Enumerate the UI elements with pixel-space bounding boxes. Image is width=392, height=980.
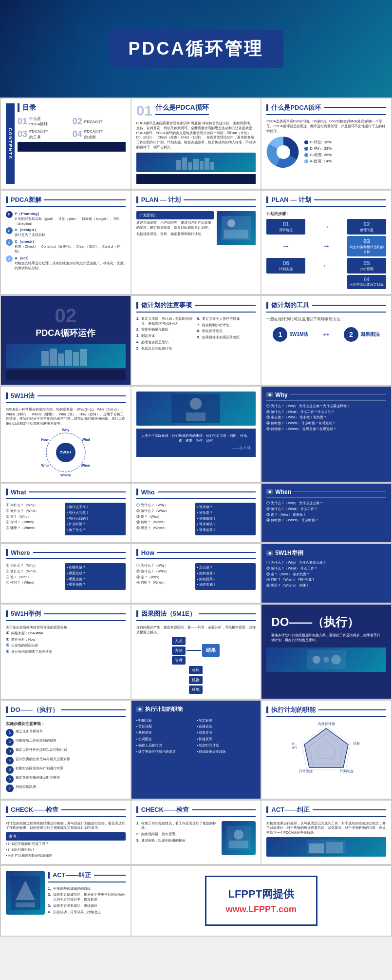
svg-marker-28 xyxy=(304,728,348,767)
pdca-op-image xyxy=(6,344,126,368)
what-l1: ① 为什么？（Why） xyxy=(6,503,63,508)
5w1h-ex-3: ③ 谁？（Who） 谁来负责？ xyxy=(266,572,386,577)
who-l5: ⑤ 哪里？（Where） xyxy=(136,526,193,530)
do-intro: 要落实计划中的相应措施和实施方案，要做的工作还有很多，如果着手行动计划，再好的计… xyxy=(271,633,381,643)
plan-bar xyxy=(136,196,138,203)
row-8: DO——（执行） 实施步骤及注意事项： 1 建立任务目标清单 2 明确每项工作应… xyxy=(0,700,392,800)
act2-1: 1. 干预那些造成偏差的原因 xyxy=(48,886,126,891)
who-l3: ③ 谁？（Who） xyxy=(136,514,193,519)
5w1h-ex-li-3-text: 已发现的原因分析 xyxy=(11,643,38,648)
legend-act-dot xyxy=(304,159,308,163)
plan-tools-header: 做计划的工具 xyxy=(266,301,386,313)
who-r3: • 谁来审核？ xyxy=(197,516,254,521)
row-5: What ① 为什么？（Why） ② 做什么？（What） ③ 谁？（Who） … xyxy=(0,483,392,543)
arrow-05-left: ← xyxy=(307,258,346,274)
plan-text: 计划阶段： 通过市场调查、用户访问等，摸清用户对产品质量的要求，确定质量政策、质… xyxy=(136,211,214,245)
pdca-big-num: 01 xyxy=(136,103,152,118)
svg-rect-0 xyxy=(176,160,181,170)
hero-title-box: PDCA循环管理 xyxy=(109,30,283,68)
pdca-d-label: D（design） xyxy=(15,227,45,233)
pdca-a-desc: 对检查的结果进行处理，成功的经验加以肯定并适当推广、标准化；失败的教训加以总结.… xyxy=(15,261,126,271)
5w1h-circle-diagram: 5W1H Why What When Where Who How xyxy=(41,428,90,477)
legend-check-label: C-检查: 26% xyxy=(310,152,332,157)
svg-text:在整合...运行: 在整合...运行 xyxy=(292,742,297,749)
footer-url-main: LFPPT xyxy=(248,904,276,914)
row-10: ACT——纠正 1. 干预那些造成偏差的原因 2. 如果变更是成功的，把从这个变… xyxy=(0,865,392,937)
row-3: 02 PDCA循环运作 做计划的注意事项 1. 要 xyxy=(0,295,392,386)
pdca-header-text: 什么是PDCA循环 xyxy=(155,103,209,117)
check2-slide: CHECK——检查 1. 检查工作的完成情况，看工作是否达到了规定的标准。 2.… xyxy=(131,801,261,864)
where-r3: • 哪里改善？ xyxy=(67,577,124,582)
plan-notes-col1: 1. 要定义清楚，有计划，包括时间跨度、资源需求与风险分析 2. 需要明确量化指… xyxy=(136,316,195,353)
ef-6: • 结果导向 xyxy=(197,730,256,735)
5w1h-ex-check-1: ① xyxy=(6,631,9,635)
check-ref-2: • 计划运行顺利吗？ xyxy=(6,847,126,852)
check2-text: 1. 检查工作的完成情况，看工作是否达到了规定的标准。 2. 如发现问题，找出原… xyxy=(136,821,219,855)
step-02: 02 整理问题 xyxy=(347,219,386,235)
how-slide: How ① 为什么？（Why） ② 做什么？（What） ③ 谁？（Who） ④… xyxy=(131,544,261,603)
svg-point-22 xyxy=(313,656,320,664)
5w1h-ex-li-2-text: 事件分析：How xyxy=(11,637,35,642)
5w1h-ex-left-title: 5W1H举例 xyxy=(11,609,41,618)
note-5: 5. 包括以后的改善行动 xyxy=(136,346,195,351)
step-05: 05 分析原因 xyxy=(347,258,386,274)
how-right: • 怎么做？ • 如何改善？ • 如何提高？ • 如何实施？ xyxy=(195,563,256,590)
who-left: ① 为什么？（Why） ② 做什么？（What） ③ 谁？（Who） ④ 何时？… xyxy=(136,503,193,535)
how-r3: • 如何提高？ xyxy=(197,577,254,582)
quote-slide: 人类个个实际价值，他们教我所有的事情。他们的名字是：何时、何地、谁、谁事、为何、… xyxy=(131,387,261,482)
fishbone-title: 因果图法（5M1E） xyxy=(141,609,196,618)
svg-text:目标: 目标 xyxy=(353,742,360,745)
what-left: ① 为什么？（Why） ② 做什么？（What） ③ 谁？（Who） ④ 何时？… xyxy=(6,503,63,535)
row-7: 5W1H举例 关于某企业绩效考核管理体系的原因分析 ① 问题来源：DoA Who… xyxy=(0,604,392,700)
who-r5: • 谁来监督？ xyxy=(197,528,254,532)
why-1: ① 为什么？（Why） 为什么这么做？为什么要这样做？ xyxy=(266,404,386,409)
legend-plan-label: P-计划: 32% xyxy=(310,139,331,145)
note-6: 6. 要定义每个人责任与权属 xyxy=(197,316,256,321)
do-steps-header: DO——（执行） xyxy=(6,706,126,717)
exec-func-title: 执行计划的职能 xyxy=(145,706,183,713)
tool-2: 2 因果图法 xyxy=(344,327,380,342)
when-1: ① 为什么？（Why） 为什么这么做？ xyxy=(266,501,386,506)
act-slide: ACT——纠正 对检查结果进行处理，认可或否定已完成的工作。对于成功的经验加以肯… xyxy=(261,801,391,864)
pdca-op-num: 02 xyxy=(6,306,126,325)
fish-result: 结果 xyxy=(202,644,220,657)
5w1h-ex-2: ② 做什么？（What） 什么工作？ xyxy=(266,566,386,571)
fish-box-4: 材料 xyxy=(189,666,203,674)
check-bar xyxy=(6,806,8,813)
why-line xyxy=(290,394,386,395)
check-6: 6. xyxy=(197,316,200,321)
tools-arrow: ↔ xyxy=(321,329,331,340)
where-r2: • 哪里完成？ xyxy=(67,571,124,576)
check-slide: CHECK——检查 对计划的实施过程和实施结果进行检验，并与目标计划值进行比较，… xyxy=(1,801,131,864)
pdca-c-text: C（check） 检查（Check）、Construct（标准化）、Clean（… xyxy=(15,239,126,254)
toc-slide: CONTENTS 目录 01 什么是PDCA循环 02 PDCA运作 03 PD… xyxy=(1,98,131,189)
note-7: 7. 检查机制分析计划 xyxy=(197,323,256,328)
do-title: DO——（执行） xyxy=(271,614,381,630)
fishbone-bottom: 材料 机器 环境 xyxy=(136,666,256,694)
exec-func2-title: 执行计划的职能 xyxy=(271,706,316,714)
check-3: 3. xyxy=(136,333,140,338)
act2-slide: ACT——纠正 1. 干预那些造成偏差的原因 2. 如果变更是成功的，把从这个变… xyxy=(1,866,131,936)
5w1h-ex-4: ④ 何时？（When） 何时完成？ xyxy=(266,577,386,582)
svg-rect-16 xyxy=(80,349,87,366)
svg-rect-12 xyxy=(50,349,57,366)
fishbone-diagram: 人员 方法 管理 结果 xyxy=(136,637,256,665)
check-header: CHECK——检查 xyxy=(6,805,126,817)
who-l1: ① 为什么？（Why） xyxy=(136,503,193,508)
do-steps-bar xyxy=(6,706,8,713)
what-is-pdca-slide: 01 什么是PDCA循环 PDCA循环是美国质量管理专家沃特·阿曼德·休哈特首先… xyxy=(131,98,261,189)
how-l2: ② 做什么？（What） xyxy=(136,569,193,574)
5w1h-ex-header: ◆ 5W1H举例 xyxy=(266,549,386,557)
5w1h-ex-why-label: 关于某企业绩效考核管理体系的原因分析 xyxy=(6,625,126,630)
what-r2: • 有什么问题？ xyxy=(67,510,124,515)
check-4: 4. xyxy=(136,340,140,344)
who-slide: Who ① 为什么？（Why） ② 做什么？（What） ③ 谁？（Who） ④… xyxy=(131,484,261,542)
5w1h-ex-li-1: ① 问题来源：DoA Who xyxy=(6,631,126,636)
why-icon: ◆ xyxy=(266,392,273,397)
quote-text: 人类个个实际价值，他们教我所有的事情。他们的名字是：何时、何地、谁、谁事、为何、… xyxy=(141,433,251,443)
do-content: DO——（执行） 要落实计划中的相应措施和实施方案，要做的工作还有很多，如果着手… xyxy=(266,609,386,647)
svg-rect-14 xyxy=(65,350,72,366)
pdca-op-title: PDCA循环运作 xyxy=(6,327,126,339)
note-4-text: 必须包含反思意识 xyxy=(141,340,168,345)
ef-8: • 快速反应 xyxy=(197,737,256,742)
